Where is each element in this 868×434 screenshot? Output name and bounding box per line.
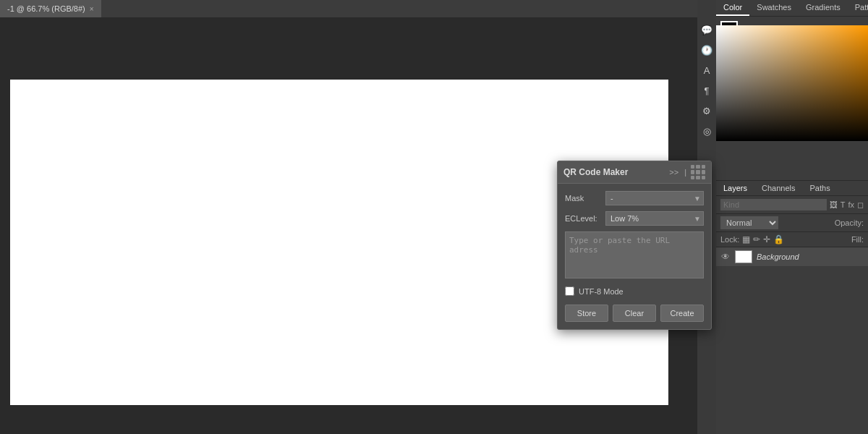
qr-cell-2 bbox=[696, 165, 699, 169]
mask-row: Mask - Auto ▼ bbox=[565, 191, 704, 205]
qr-cell-7 bbox=[691, 176, 694, 179]
text-tool-icon[interactable]: A bbox=[699, 62, 715, 78]
lock-paint-icon[interactable]: ✏ bbox=[753, 234, 760, 244]
layers-mode-row: Normal Opacity: bbox=[716, 214, 868, 232]
color-panel: Color Swatches Gradients Patt... bbox=[716, 0, 868, 181]
eclevel-label: ECLevel: bbox=[565, 214, 601, 223]
lock-all-icon[interactable]: 🔒 bbox=[773, 234, 784, 244]
lock-label: Lock: bbox=[720, 235, 739, 244]
image-filter-icon[interactable]: 🖼 bbox=[830, 200, 838, 210]
qr-dialog-title: QR Code Maker bbox=[563, 167, 628, 177]
url-textarea[interactable] bbox=[565, 231, 704, 278]
qr-cell-8 bbox=[696, 176, 699, 179]
qr-cell-3 bbox=[702, 165, 705, 169]
lock-icons: ▦ ✏ ✛ 🔒 bbox=[742, 234, 784, 244]
circle-tool-icon[interactable]: ◎ bbox=[699, 123, 715, 139]
qr-dialog-pipe: | bbox=[683, 168, 688, 176]
history-tool-icon[interactable]: 🕐 bbox=[699, 42, 715, 58]
layers-search-input[interactable] bbox=[720, 199, 827, 210]
blend-mode-select[interactable]: Normal bbox=[720, 216, 778, 229]
qr-cell-5 bbox=[696, 170, 699, 174]
mask-select[interactable]: - Auto bbox=[605, 191, 704, 205]
color-panel-tabs: Color Swatches Gradients Patt... bbox=[716, 0, 868, 17]
layer-thumbnail bbox=[735, 250, 752, 263]
tab-bar: -1 @ 66.7% (RGB/8#) × bbox=[0, 0, 716, 17]
qr-cell-9 bbox=[702, 176, 705, 179]
eclevel-row: ECLevel: Low 7% Medium 15% Quartile 25% … bbox=[565, 211, 704, 226]
create-button[interactable]: Create bbox=[660, 305, 704, 322]
tab-layers[interactable]: Layers bbox=[716, 181, 754, 195]
text-filter-icon[interactable]: T bbox=[841, 200, 846, 210]
eclevel-select-wrapper: Low 7% Medium 15% Quartile 25% High 30% … bbox=[605, 211, 704, 226]
mask-filter-icon[interactable]: ◻ bbox=[857, 200, 864, 210]
tab-patterns[interactable]: Patt... bbox=[848, 0, 868, 16]
layers-search-bar: 🖼 T fx ◻ bbox=[716, 196, 868, 214]
mask-label: Mask bbox=[565, 194, 601, 203]
color-gradient[interactable] bbox=[716, 25, 868, 141]
lock-pixels-icon[interactable]: ▦ bbox=[742, 234, 750, 244]
paragraph-tool-icon[interactable]: ¶ bbox=[699, 82, 715, 98]
comment-tool-icon[interactable]: 💬 bbox=[699, 22, 715, 38]
tab-close-button[interactable]: × bbox=[90, 5, 94, 13]
lock-row: Lock: ▦ ✏ ✛ 🔒 Fill: bbox=[716, 232, 868, 247]
utf8-row: UTF-8 Mode bbox=[565, 286, 704, 296]
tab-title: -1 @ 66.7% (RGB/8#) bbox=[7, 4, 85, 13]
layer-name-label: Background bbox=[757, 252, 799, 261]
opacity-label: Opacity: bbox=[835, 218, 864, 227]
action-buttons: Store Clear Create bbox=[565, 305, 704, 322]
tab-channels[interactable]: Channels bbox=[754, 181, 802, 195]
search-icons: 🖼 T fx ◻ bbox=[830, 200, 864, 210]
layer-visibility-icon[interactable]: 👁 bbox=[720, 252, 731, 262]
qr-dialog-controls: >> | bbox=[668, 165, 705, 179]
qr-cell-1 bbox=[691, 165, 694, 169]
layers-panel-tabs: Layers Channels Paths bbox=[716, 181, 868, 196]
fx-filter-icon[interactable]: fx bbox=[848, 200, 854, 210]
layers-panel: Layers Channels Paths 🖼 T fx ◻ Normal Op… bbox=[716, 181, 868, 434]
lock-move-icon[interactable]: ✛ bbox=[763, 234, 770, 244]
layer-item-background[interactable]: 👁 Background bbox=[716, 247, 868, 267]
qr-cell-4 bbox=[691, 170, 694, 174]
qr-grid-icon bbox=[691, 165, 705, 179]
tab-paths[interactable]: Paths bbox=[803, 181, 838, 195]
mask-select-wrapper: - Auto ▼ bbox=[605, 191, 704, 205]
right-panel: Color Swatches Gradients Patt... Layers … bbox=[716, 0, 868, 434]
fill-label: Fill: bbox=[851, 235, 864, 244]
qr-dialog-body: Mask - Auto ▼ ECLevel: Low 7% Medium 15%… bbox=[558, 184, 711, 329]
eclevel-select[interactable]: Low 7% Medium 15% Quartile 25% High 30% bbox=[605, 211, 704, 226]
tab-color[interactable]: Color bbox=[716, 0, 749, 16]
document-tab[interactable]: -1 @ 66.7% (RGB/8#) × bbox=[0, 0, 101, 17]
qr-dialog-collapse-button[interactable]: >> bbox=[668, 168, 680, 176]
tab-gradients[interactable]: Gradients bbox=[799, 0, 848, 16]
tab-swatches[interactable]: Swatches bbox=[749, 0, 799, 16]
settings-tool-icon[interactable]: ⚙ bbox=[699, 103, 715, 119]
utf8-checkbox[interactable] bbox=[565, 286, 574, 296]
qr-dialog-header: QR Code Maker >> | bbox=[558, 161, 711, 184]
clear-button[interactable]: Clear bbox=[613, 305, 656, 322]
utf8-label[interactable]: UTF-8 Mode bbox=[579, 287, 624, 296]
qr-cell-6 bbox=[702, 170, 705, 174]
qr-code-dialog: QR Code Maker >> | Mask - bbox=[557, 161, 712, 330]
store-button[interactable]: Store bbox=[565, 305, 608, 322]
